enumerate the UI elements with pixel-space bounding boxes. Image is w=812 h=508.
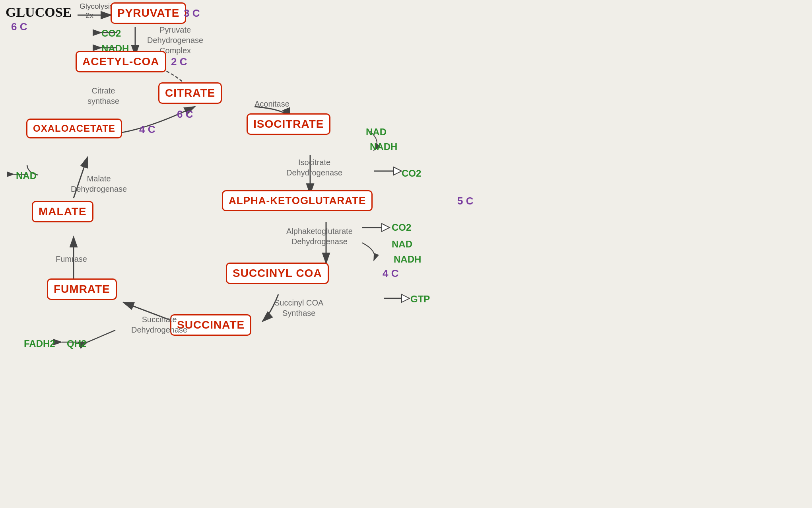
acetyl-coa-carbon: 2 C	[171, 56, 187, 68]
aconitase-label: Aconitase	[254, 99, 289, 109]
isocitrate-box: ISOCITRATE	[247, 113, 330, 135]
fumrate-box: FUMRATE	[47, 278, 117, 300]
qh2-label: QH2	[67, 338, 86, 349]
succinyl-coa-carbon: 4 C	[383, 267, 398, 280]
malate-dehydrogenase-label: MalateDehydrogenase	[71, 173, 127, 194]
acetyl-coa-box: ACETYL-COA	[76, 51, 166, 72]
pyruvate-carbon: 3 C	[184, 7, 200, 19]
nad-malate: NAD	[16, 170, 37, 181]
nad-isocitrate: NAD	[366, 127, 387, 138]
fadh2-label: FADH2	[24, 338, 55, 349]
svg-marker-14	[402, 294, 410, 302]
co2-isocitrate: CO2	[402, 168, 421, 179]
nad-alphakg: NAD	[392, 239, 412, 250]
glycolysis-label: Glycolysis	[80, 2, 114, 11]
succinate-dehydrogenase-label: SuccinateDehydrogenase	[131, 314, 187, 335]
malate-box: MALATE	[32, 201, 93, 222]
succinyl-coa-box: SUCCINYL COA	[226, 263, 329, 284]
nadh-isocitrate: NADH	[370, 141, 397, 152]
citrate-carbon: 6 C	[177, 108, 193, 121]
glycolysis-2x: 2x	[85, 11, 93, 20]
svg-line-16	[87, 330, 115, 342]
oxaloacetate-box: OXALOACETATE	[26, 119, 122, 138]
citrate-box: CITRATE	[158, 82, 222, 104]
co2-pyruvate: CO2	[101, 28, 121, 39]
krebs-cycle-diagram: GLUCOSE 6 C Glycolysis 2x PYRUVATE 3 C P…	[0, 0, 812, 508]
glucose-label: GLUCOSE	[6, 5, 72, 20]
glucose-carbon: 6 C	[11, 21, 27, 33]
oxaloacetate-carbon: 4 C	[139, 123, 155, 136]
succinyl-coa-synthase-label: Succinyl COASynthase	[274, 298, 323, 318]
citrate-synthase-label: Citratesynthase	[87, 86, 119, 106]
nadh-alphakg: NADH	[394, 254, 421, 265]
alpha-kg-carbon: 5 C	[457, 195, 473, 207]
svg-marker-9	[394, 167, 402, 175]
fumrase-label: Fumrase	[56, 254, 87, 264]
pyruvate-box: PYRUVATE	[111, 2, 186, 24]
svg-marker-12	[382, 224, 390, 232]
isocitrate-dehydrogenase-label: IsocitrateDehydrogenase	[286, 157, 342, 178]
gtp-label: GTP	[410, 294, 430, 305]
alpha-kg-box: ALPHA-KETOGLUTARATE	[222, 190, 373, 211]
co2-alphakg: CO2	[392, 222, 411, 233]
alpha-kg-dehydrogenase-label: AlphaketoglutarateDehydrogenase	[286, 226, 353, 247]
